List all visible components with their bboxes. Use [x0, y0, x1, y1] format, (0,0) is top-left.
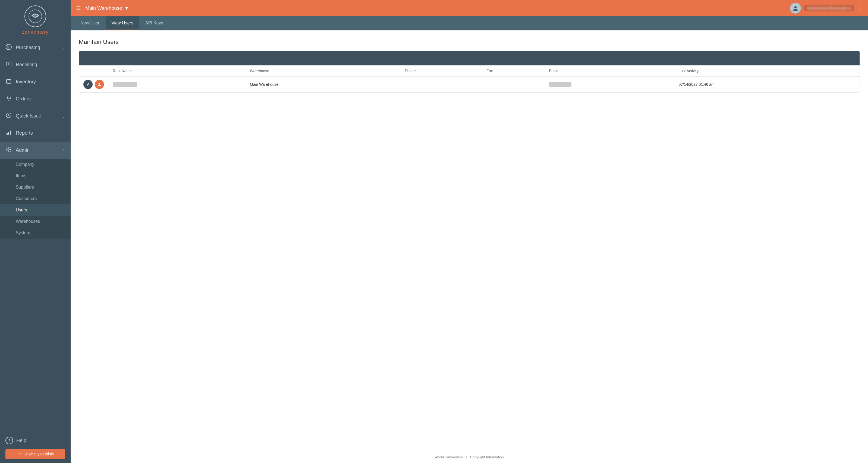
sidebar-item-users[interactable]: Users	[0, 204, 71, 216]
row-fax	[482, 76, 545, 93]
help-item[interactable]: ? Help	[5, 434, 65, 447]
chevron-down-icon: ⌄	[62, 63, 65, 67]
chevron-down-icon: ⌄	[62, 45, 65, 50]
help-icon: ?	[5, 437, 13, 444]
about-link[interactable]: About Zenventory	[435, 455, 463, 459]
users-table: Real Name Warehouse Phone Fax Email Last…	[79, 65, 860, 92]
quick-issue-icon	[5, 112, 12, 120]
row-last-activity: 07/14/2022 01:46 am	[674, 76, 860, 93]
svg-rect-12	[10, 131, 11, 135]
users-table-container: Real Name Warehouse Phone Fax Email Last…	[79, 51, 860, 93]
svg-point-14	[795, 6, 797, 8]
copyright-link[interactable]: Copyright Information	[470, 455, 503, 459]
col-phone: Phone	[400, 65, 482, 76]
orders-icon	[5, 95, 12, 103]
sidebar-item-label: Receiving	[16, 62, 37, 68]
svg-rect-11	[8, 132, 9, 135]
sidebar-item-customers[interactable]: Customers	[0, 193, 71, 204]
content-area: Maintain Users Real Name Warehouse Phone…	[71, 30, 868, 451]
sidebar-item-admin[interactable]: Admin ⌃	[0, 142, 71, 159]
inventory-icon	[5, 78, 12, 86]
tab-new-user[interactable]: New User	[75, 16, 105, 30]
admin-sub-nav: Company Items Suppliers Customers Users …	[0, 159, 71, 238]
help-label: Help	[16, 438, 26, 443]
topbar-right: administrator@example.io ⋮	[790, 3, 863, 13]
warehouse-name: Main Warehouse	[85, 5, 122, 11]
edit-user-button[interactable]	[83, 80, 93, 89]
sidebar-item-quick-issue[interactable]: Quick Issue ⌄	[0, 107, 71, 125]
table-search-bar	[79, 51, 860, 65]
logo-icon	[25, 5, 46, 27]
sidebar: zenventory $ Purchasing ⌄ Receiving ⌄ In…	[0, 0, 71, 463]
chevron-down-icon: ⌄	[62, 97, 65, 101]
feedback-button[interactable]: Tell us what you think!	[5, 449, 65, 459]
table-header: Real Name Warehouse Phone Fax Email Last…	[79, 65, 860, 76]
warehouse-chevron-icon: ▼	[124, 5, 129, 11]
sidebar-item-purchasing[interactable]: $ Purchasing ⌄	[0, 39, 71, 56]
user-avatar	[790, 3, 801, 13]
sidebar-item-orders[interactable]: Orders ⌄	[0, 90, 71, 107]
sidebar-item-label: Reports	[16, 130, 33, 136]
svg-point-15	[99, 83, 100, 85]
topbar: ☰ Main Warehouse ▼ administrator@example…	[71, 0, 868, 16]
sidebar-item-label: Admin	[16, 147, 30, 153]
sidebar-item-warehouses[interactable]: Warehouses	[0, 216, 71, 227]
user-row-avatar	[95, 80, 104, 89]
svg-rect-10	[6, 133, 8, 135]
user-name: administrator@example.io	[804, 5, 854, 11]
sidebar-item-reports[interactable]: Reports	[0, 125, 71, 142]
col-fax: Fax	[482, 65, 545, 76]
sidebar-item-inventory[interactable]: Inventory ⌄	[0, 73, 71, 90]
menu-icon[interactable]: ☰	[76, 5, 81, 11]
more-options-icon[interactable]: ⋮	[857, 5, 863, 11]
sidebar-item-label: Quick Issue	[16, 113, 41, 119]
svg-point-13	[8, 149, 9, 151]
row-warehouse: Main Warehouse	[246, 76, 400, 93]
col-email: Email	[545, 65, 674, 76]
sidebar-item-receiving[interactable]: Receiving ⌄	[0, 56, 71, 73]
logo-area: zenventory	[0, 0, 71, 39]
sidebar-item-suppliers[interactable]: Suppliers	[0, 181, 71, 193]
purchasing-icon: $	[5, 44, 12, 51]
tab-view-users[interactable]: View Users	[106, 16, 139, 30]
sidebar-item-label: Inventory	[16, 79, 36, 85]
chevron-down-icon: ⌄	[62, 80, 65, 84]
row-email: c••••••••••io	[545, 76, 674, 93]
footer: About Zenventory | Copyright Information	[71, 451, 868, 463]
row-actions	[83, 80, 104, 89]
sidebar-bottom: ? Help Tell us what you think!	[0, 430, 71, 463]
svg-point-8	[10, 100, 10, 101]
sidebar-item-system[interactable]: System	[0, 227, 71, 238]
sidebar-item-label: Purchasing	[16, 45, 40, 51]
col-actions	[79, 65, 108, 76]
sidebar-item-company[interactable]: Company	[0, 159, 71, 170]
admin-icon	[5, 146, 12, 154]
table-row: c••••••••••••o Main Warehouse c•••••••••…	[79, 76, 860, 93]
svg-point-7	[8, 100, 9, 101]
svg-text:$: $	[7, 45, 9, 49]
svg-point-2	[34, 13, 36, 15]
col-last-activity: Last Activity	[674, 65, 860, 76]
page-title: Maintain Users	[79, 38, 860, 45]
chevron-up-icon: ⌃	[62, 148, 65, 153]
col-real-name: Real Name	[108, 65, 246, 76]
svg-rect-6	[6, 79, 11, 83]
row-actions-cell	[79, 76, 108, 93]
sidebar-item-label: Orders	[16, 96, 31, 102]
chevron-down-icon: ⌄	[62, 114, 65, 118]
app-name: zenventory	[22, 29, 49, 35]
sidebar-item-items[interactable]: Items	[0, 170, 71, 181]
reports-icon	[5, 129, 12, 137]
row-phone	[400, 76, 482, 93]
tab-bar: New User View Users API Keys	[71, 16, 868, 30]
main-area: ☰ Main Warehouse ▼ administrator@example…	[71, 0, 868, 463]
col-warehouse: Warehouse	[246, 65, 400, 76]
row-real-name: c••••••••••••o	[108, 76, 246, 93]
table-body: c••••••••••••o Main Warehouse c•••••••••…	[79, 76, 860, 93]
tab-api-keys[interactable]: API Keys	[140, 16, 169, 30]
receiving-icon	[5, 61, 12, 68]
warehouse-selector[interactable]: Main Warehouse ▼	[85, 5, 129, 11]
